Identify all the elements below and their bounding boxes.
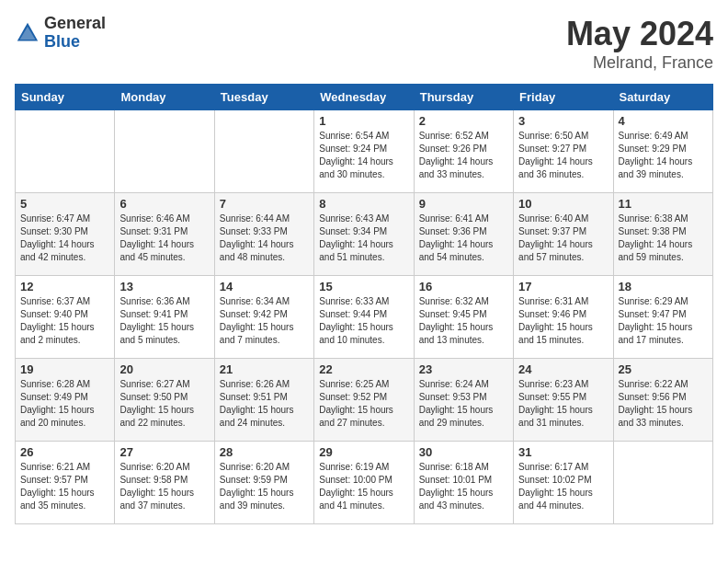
day-number: 9 bbox=[419, 197, 508, 211]
logo-general: General bbox=[44, 15, 106, 33]
weekday-header-monday: Monday bbox=[115, 85, 214, 110]
day-number: 19 bbox=[20, 362, 109, 376]
logo-icon bbox=[15, 20, 40, 46]
day-number: 8 bbox=[319, 197, 408, 211]
weekday-header-sunday: Sunday bbox=[16, 85, 115, 110]
day-number: 22 bbox=[319, 362, 408, 376]
calendar-cell: 17Sunrise: 6:31 AM Sunset: 9:46 PM Dayli… bbox=[514, 276, 613, 359]
day-info: Sunrise: 6:47 AM Sunset: 9:30 PM Dayligh… bbox=[20, 213, 109, 264]
day-info: Sunrise: 6:37 AM Sunset: 9:40 PM Dayligh… bbox=[20, 295, 109, 347]
calendar-cell: 25Sunrise: 6:22 AM Sunset: 9:56 PM Dayli… bbox=[613, 359, 712, 442]
day-info: Sunrise: 6:26 AM Sunset: 9:51 PM Dayligh… bbox=[220, 378, 309, 430]
calendar-cell bbox=[214, 110, 313, 193]
calendar-cell: 23Sunrise: 6:24 AM Sunset: 9:53 PM Dayli… bbox=[414, 359, 513, 442]
calendar-cell: 12Sunrise: 6:37 AM Sunset: 9:40 PM Dayli… bbox=[16, 276, 115, 359]
day-info: Sunrise: 6:38 AM Sunset: 9:38 PM Dayligh… bbox=[619, 213, 708, 264]
week-row-4: 19Sunrise: 6:28 AM Sunset: 9:49 PM Dayli… bbox=[16, 359, 713, 442]
calendar-cell: 19Sunrise: 6:28 AM Sunset: 9:49 PM Dayli… bbox=[16, 359, 115, 442]
day-info: Sunrise: 6:20 AM Sunset: 9:58 PM Dayligh… bbox=[119, 461, 209, 512]
weekday-header-friday: Friday bbox=[514, 85, 613, 110]
calendar-cell: 18Sunrise: 6:29 AM Sunset: 9:47 PM Dayli… bbox=[613, 276, 712, 359]
day-number: 31 bbox=[518, 445, 608, 459]
weekday-header-row: SundayMondayTuesdayWednesdayThursdayFrid… bbox=[16, 85, 713, 110]
day-number: 18 bbox=[619, 280, 708, 293]
day-info: Sunrise: 6:29 AM Sunset: 9:47 PM Dayligh… bbox=[619, 295, 708, 347]
day-number: 10 bbox=[518, 197, 608, 211]
day-number: 4 bbox=[619, 114, 708, 128]
calendar-cell: 11Sunrise: 6:38 AM Sunset: 9:38 PM Dayli… bbox=[613, 193, 712, 276]
calendar-cell: 2Sunrise: 6:52 AM Sunset: 9:26 PM Daylig… bbox=[414, 110, 513, 193]
day-info: Sunrise: 6:20 AM Sunset: 9:59 PM Dayligh… bbox=[220, 461, 309, 512]
title-block: May 2024 Melrand, France bbox=[566, 15, 713, 73]
day-number: 7 bbox=[220, 197, 309, 211]
day-info: Sunrise: 6:46 AM Sunset: 9:31 PM Dayligh… bbox=[119, 213, 209, 264]
day-number: 15 bbox=[319, 280, 408, 293]
weekday-header-wednesday: Wednesday bbox=[314, 85, 414, 110]
weekday-header-tuesday: Tuesday bbox=[214, 85, 313, 110]
day-info: Sunrise: 6:41 AM Sunset: 9:36 PM Dayligh… bbox=[419, 213, 508, 264]
day-number: 3 bbox=[518, 114, 608, 128]
day-info: Sunrise: 6:50 AM Sunset: 9:27 PM Dayligh… bbox=[518, 130, 608, 181]
day-number: 6 bbox=[119, 197, 209, 211]
calendar-cell bbox=[16, 110, 115, 193]
day-number: 29 bbox=[319, 445, 408, 459]
day-number: 11 bbox=[619, 197, 708, 211]
day-info: Sunrise: 6:54 AM Sunset: 9:24 PM Dayligh… bbox=[319, 130, 408, 181]
calendar-cell: 8Sunrise: 6:43 AM Sunset: 9:34 PM Daylig… bbox=[314, 193, 414, 276]
calendar-cell: 31Sunrise: 6:17 AM Sunset: 10:02 PM Dayl… bbox=[514, 442, 613, 524]
logo-blue: Blue bbox=[44, 33, 106, 52]
calendar-cell: 20Sunrise: 6:27 AM Sunset: 9:50 PM Dayli… bbox=[115, 359, 214, 442]
calendar-cell: 30Sunrise: 6:18 AM Sunset: 10:01 PM Dayl… bbox=[414, 442, 513, 524]
week-row-1: 1Sunrise: 6:54 AM Sunset: 9:24 PM Daylig… bbox=[16, 110, 713, 193]
calendar-cell: 5Sunrise: 6:47 AM Sunset: 9:30 PM Daylig… bbox=[16, 193, 115, 276]
week-row-3: 12Sunrise: 6:37 AM Sunset: 9:40 PM Dayli… bbox=[16, 276, 713, 359]
calendar-cell: 22Sunrise: 6:25 AM Sunset: 9:52 PM Dayli… bbox=[314, 359, 414, 442]
calendar-table: SundayMondayTuesdayWednesdayThursdayFrid… bbox=[15, 84, 713, 524]
day-number: 1 bbox=[319, 114, 408, 128]
calendar-cell: 4Sunrise: 6:49 AM Sunset: 9:29 PM Daylig… bbox=[613, 110, 712, 193]
day-number: 26 bbox=[20, 445, 109, 459]
day-number: 23 bbox=[419, 362, 508, 376]
logo: General Blue bbox=[15, 15, 106, 52]
calendar-cell bbox=[115, 110, 214, 193]
day-info: Sunrise: 6:32 AM Sunset: 9:45 PM Dayligh… bbox=[419, 295, 508, 347]
day-info: Sunrise: 6:18 AM Sunset: 10:01 PM Daylig… bbox=[419, 461, 508, 512]
day-number: 17 bbox=[518, 280, 608, 293]
calendar-cell bbox=[613, 442, 712, 524]
calendar-cell: 26Sunrise: 6:21 AM Sunset: 9:57 PM Dayli… bbox=[16, 442, 115, 524]
calendar-cell: 13Sunrise: 6:36 AM Sunset: 9:41 PM Dayli… bbox=[115, 276, 214, 359]
day-number: 28 bbox=[220, 445, 309, 459]
calendar-cell: 14Sunrise: 6:34 AM Sunset: 9:42 PM Dayli… bbox=[214, 276, 313, 359]
calendar-cell: 24Sunrise: 6:23 AM Sunset: 9:55 PM Dayli… bbox=[514, 359, 613, 442]
week-row-5: 26Sunrise: 6:21 AM Sunset: 9:57 PM Dayli… bbox=[16, 442, 713, 524]
day-info: Sunrise: 6:44 AM Sunset: 9:33 PM Dayligh… bbox=[220, 213, 309, 264]
day-number: 30 bbox=[419, 445, 508, 459]
calendar-cell: 28Sunrise: 6:20 AM Sunset: 9:59 PM Dayli… bbox=[214, 442, 313, 524]
day-info: Sunrise: 6:22 AM Sunset: 9:56 PM Dayligh… bbox=[619, 378, 708, 430]
calendar-cell: 1Sunrise: 6:54 AM Sunset: 9:24 PM Daylig… bbox=[314, 110, 414, 193]
day-info: Sunrise: 6:25 AM Sunset: 9:52 PM Dayligh… bbox=[319, 378, 408, 430]
day-info: Sunrise: 6:17 AM Sunset: 10:02 PM Daylig… bbox=[518, 461, 608, 512]
calendar-cell: 7Sunrise: 6:44 AM Sunset: 9:33 PM Daylig… bbox=[214, 193, 313, 276]
day-info: Sunrise: 6:33 AM Sunset: 9:44 PM Dayligh… bbox=[319, 295, 408, 347]
logo-text: General Blue bbox=[44, 15, 106, 52]
day-info: Sunrise: 6:49 AM Sunset: 9:29 PM Dayligh… bbox=[619, 130, 708, 181]
location-title: Melrand, France bbox=[566, 53, 713, 73]
calendar-cell: 10Sunrise: 6:40 AM Sunset: 9:37 PM Dayli… bbox=[514, 193, 613, 276]
page-header: General Blue May 2024 Melrand, France bbox=[15, 15, 713, 73]
day-info: Sunrise: 6:31 AM Sunset: 9:46 PM Dayligh… bbox=[518, 295, 608, 347]
day-info: Sunrise: 6:52 AM Sunset: 9:26 PM Dayligh… bbox=[419, 130, 508, 181]
day-info: Sunrise: 6:34 AM Sunset: 9:42 PM Dayligh… bbox=[220, 295, 309, 347]
calendar-cell: 9Sunrise: 6:41 AM Sunset: 9:36 PM Daylig… bbox=[414, 193, 513, 276]
day-number: 13 bbox=[119, 280, 209, 293]
day-info: Sunrise: 6:43 AM Sunset: 9:34 PM Dayligh… bbox=[319, 213, 408, 264]
day-number: 2 bbox=[419, 114, 508, 128]
day-info: Sunrise: 6:24 AM Sunset: 9:53 PM Dayligh… bbox=[419, 378, 508, 430]
day-info: Sunrise: 6:21 AM Sunset: 9:57 PM Dayligh… bbox=[20, 461, 109, 512]
weekday-header-saturday: Saturday bbox=[613, 85, 712, 110]
weekday-header-thursday: Thursday bbox=[414, 85, 513, 110]
day-number: 25 bbox=[619, 362, 708, 376]
day-info: Sunrise: 6:27 AM Sunset: 9:50 PM Dayligh… bbox=[119, 378, 209, 430]
day-info: Sunrise: 6:28 AM Sunset: 9:49 PM Dayligh… bbox=[20, 378, 109, 430]
day-number: 12 bbox=[20, 280, 109, 293]
